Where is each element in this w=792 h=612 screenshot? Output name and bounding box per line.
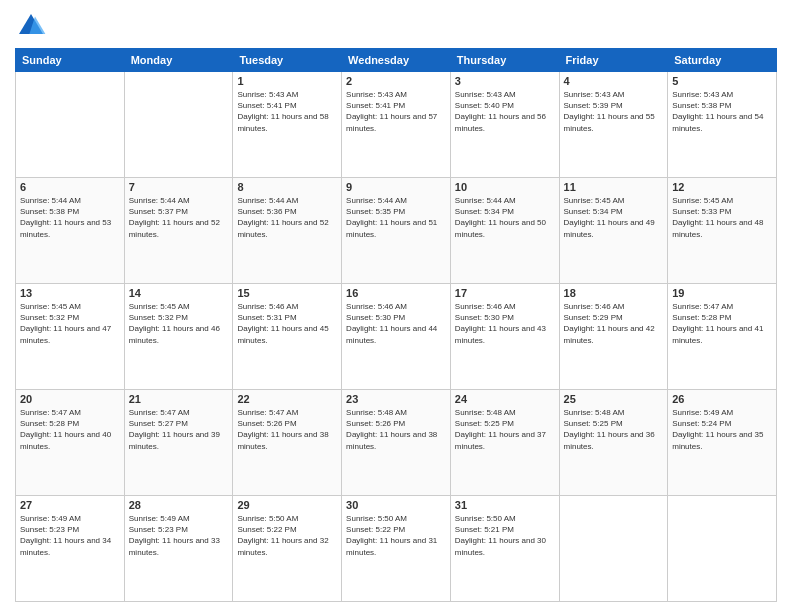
day-info: Sunrise: 5:45 AM Sunset: 5:32 PM Dayligh… (129, 301, 229, 346)
calendar-week-row: 13Sunrise: 5:45 AM Sunset: 5:32 PM Dayli… (16, 284, 777, 390)
calendar-cell: 30Sunrise: 5:50 AM Sunset: 5:22 PM Dayli… (342, 496, 451, 602)
day-number: 15 (237, 287, 337, 299)
day-number: 26 (672, 393, 772, 405)
day-info: Sunrise: 5:47 AM Sunset: 5:27 PM Dayligh… (129, 407, 229, 452)
day-info: Sunrise: 5:50 AM Sunset: 5:21 PM Dayligh… (455, 513, 555, 558)
day-number: 13 (20, 287, 120, 299)
day-number: 19 (672, 287, 772, 299)
day-number: 16 (346, 287, 446, 299)
calendar-cell (668, 496, 777, 602)
calendar-cell: 5Sunrise: 5:43 AM Sunset: 5:38 PM Daylig… (668, 72, 777, 178)
calendar-cell: 1Sunrise: 5:43 AM Sunset: 5:41 PM Daylig… (233, 72, 342, 178)
calendar-cell: 23Sunrise: 5:48 AM Sunset: 5:26 PM Dayli… (342, 390, 451, 496)
calendar-day-header: Thursday (450, 49, 559, 72)
day-number: 18 (564, 287, 664, 299)
calendar-cell: 31Sunrise: 5:50 AM Sunset: 5:21 PM Dayli… (450, 496, 559, 602)
day-info: Sunrise: 5:47 AM Sunset: 5:28 PM Dayligh… (672, 301, 772, 346)
day-number: 31 (455, 499, 555, 511)
day-info: Sunrise: 5:50 AM Sunset: 5:22 PM Dayligh… (346, 513, 446, 558)
calendar-cell: 20Sunrise: 5:47 AM Sunset: 5:28 PM Dayli… (16, 390, 125, 496)
calendar-cell: 6Sunrise: 5:44 AM Sunset: 5:38 PM Daylig… (16, 178, 125, 284)
logo-icon (15, 10, 47, 42)
calendar-cell: 27Sunrise: 5:49 AM Sunset: 5:23 PM Dayli… (16, 496, 125, 602)
calendar-cell: 13Sunrise: 5:45 AM Sunset: 5:32 PM Dayli… (16, 284, 125, 390)
day-info: Sunrise: 5:49 AM Sunset: 5:23 PM Dayligh… (129, 513, 229, 558)
day-info: Sunrise: 5:43 AM Sunset: 5:38 PM Dayligh… (672, 89, 772, 134)
calendar-cell: 4Sunrise: 5:43 AM Sunset: 5:39 PM Daylig… (559, 72, 668, 178)
calendar-week-row: 6Sunrise: 5:44 AM Sunset: 5:38 PM Daylig… (16, 178, 777, 284)
day-number: 17 (455, 287, 555, 299)
calendar-cell: 26Sunrise: 5:49 AM Sunset: 5:24 PM Dayli… (668, 390, 777, 496)
day-number: 14 (129, 287, 229, 299)
day-info: Sunrise: 5:43 AM Sunset: 5:39 PM Dayligh… (564, 89, 664, 134)
day-number: 7 (129, 181, 229, 193)
calendar-cell: 19Sunrise: 5:47 AM Sunset: 5:28 PM Dayli… (668, 284, 777, 390)
calendar-cell: 29Sunrise: 5:50 AM Sunset: 5:22 PM Dayli… (233, 496, 342, 602)
calendar-table: SundayMondayTuesdayWednesdayThursdayFrid… (15, 48, 777, 602)
calendar-day-header: Sunday (16, 49, 125, 72)
day-number: 30 (346, 499, 446, 511)
day-number: 29 (237, 499, 337, 511)
calendar-cell: 9Sunrise: 5:44 AM Sunset: 5:35 PM Daylig… (342, 178, 451, 284)
calendar-week-row: 27Sunrise: 5:49 AM Sunset: 5:23 PM Dayli… (16, 496, 777, 602)
day-number: 27 (20, 499, 120, 511)
calendar-week-row: 1Sunrise: 5:43 AM Sunset: 5:41 PM Daylig… (16, 72, 777, 178)
day-info: Sunrise: 5:43 AM Sunset: 5:40 PM Dayligh… (455, 89, 555, 134)
day-info: Sunrise: 5:46 AM Sunset: 5:30 PM Dayligh… (346, 301, 446, 346)
calendar-cell: 10Sunrise: 5:44 AM Sunset: 5:34 PM Dayli… (450, 178, 559, 284)
calendar-cell: 22Sunrise: 5:47 AM Sunset: 5:26 PM Dayli… (233, 390, 342, 496)
calendar-cell: 8Sunrise: 5:44 AM Sunset: 5:36 PM Daylig… (233, 178, 342, 284)
logo (15, 10, 51, 42)
calendar-cell (16, 72, 125, 178)
calendar-header-row: SundayMondayTuesdayWednesdayThursdayFrid… (16, 49, 777, 72)
day-info: Sunrise: 5:45 AM Sunset: 5:34 PM Dayligh… (564, 195, 664, 240)
day-info: Sunrise: 5:45 AM Sunset: 5:33 PM Dayligh… (672, 195, 772, 240)
day-info: Sunrise: 5:43 AM Sunset: 5:41 PM Dayligh… (346, 89, 446, 134)
day-info: Sunrise: 5:46 AM Sunset: 5:29 PM Dayligh… (564, 301, 664, 346)
day-info: Sunrise: 5:49 AM Sunset: 5:23 PM Dayligh… (20, 513, 120, 558)
calendar-cell: 25Sunrise: 5:48 AM Sunset: 5:25 PM Dayli… (559, 390, 668, 496)
day-info: Sunrise: 5:48 AM Sunset: 5:26 PM Dayligh… (346, 407, 446, 452)
calendar-cell (559, 496, 668, 602)
day-number: 12 (672, 181, 772, 193)
day-info: Sunrise: 5:48 AM Sunset: 5:25 PM Dayligh… (564, 407, 664, 452)
calendar-cell: 18Sunrise: 5:46 AM Sunset: 5:29 PM Dayli… (559, 284, 668, 390)
calendar-cell: 17Sunrise: 5:46 AM Sunset: 5:30 PM Dayli… (450, 284, 559, 390)
day-number: 11 (564, 181, 664, 193)
page: SundayMondayTuesdayWednesdayThursdayFrid… (0, 0, 792, 612)
day-number: 4 (564, 75, 664, 87)
calendar-day-header: Saturday (668, 49, 777, 72)
day-info: Sunrise: 5:47 AM Sunset: 5:28 PM Dayligh… (20, 407, 120, 452)
calendar-day-header: Monday (124, 49, 233, 72)
calendar-day-header: Tuesday (233, 49, 342, 72)
calendar-cell: 3Sunrise: 5:43 AM Sunset: 5:40 PM Daylig… (450, 72, 559, 178)
calendar-cell: 16Sunrise: 5:46 AM Sunset: 5:30 PM Dayli… (342, 284, 451, 390)
day-info: Sunrise: 5:48 AM Sunset: 5:25 PM Dayligh… (455, 407, 555, 452)
day-number: 1 (237, 75, 337, 87)
day-info: Sunrise: 5:46 AM Sunset: 5:30 PM Dayligh… (455, 301, 555, 346)
calendar-cell: 2Sunrise: 5:43 AM Sunset: 5:41 PM Daylig… (342, 72, 451, 178)
day-number: 3 (455, 75, 555, 87)
day-number: 24 (455, 393, 555, 405)
day-number: 20 (20, 393, 120, 405)
calendar-cell: 28Sunrise: 5:49 AM Sunset: 5:23 PM Dayli… (124, 496, 233, 602)
day-info: Sunrise: 5:43 AM Sunset: 5:41 PM Dayligh… (237, 89, 337, 134)
day-info: Sunrise: 5:44 AM Sunset: 5:34 PM Dayligh… (455, 195, 555, 240)
day-number: 5 (672, 75, 772, 87)
calendar-cell: 21Sunrise: 5:47 AM Sunset: 5:27 PM Dayli… (124, 390, 233, 496)
calendar-week-row: 20Sunrise: 5:47 AM Sunset: 5:28 PM Dayli… (16, 390, 777, 496)
day-number: 2 (346, 75, 446, 87)
day-number: 22 (237, 393, 337, 405)
day-number: 28 (129, 499, 229, 511)
calendar-cell: 7Sunrise: 5:44 AM Sunset: 5:37 PM Daylig… (124, 178, 233, 284)
day-number: 9 (346, 181, 446, 193)
day-info: Sunrise: 5:49 AM Sunset: 5:24 PM Dayligh… (672, 407, 772, 452)
calendar-cell: 12Sunrise: 5:45 AM Sunset: 5:33 PM Dayli… (668, 178, 777, 284)
calendar-cell: 14Sunrise: 5:45 AM Sunset: 5:32 PM Dayli… (124, 284, 233, 390)
day-number: 10 (455, 181, 555, 193)
day-info: Sunrise: 5:45 AM Sunset: 5:32 PM Dayligh… (20, 301, 120, 346)
day-info: Sunrise: 5:46 AM Sunset: 5:31 PM Dayligh… (237, 301, 337, 346)
day-info: Sunrise: 5:47 AM Sunset: 5:26 PM Dayligh… (237, 407, 337, 452)
calendar-cell: 15Sunrise: 5:46 AM Sunset: 5:31 PM Dayli… (233, 284, 342, 390)
day-info: Sunrise: 5:44 AM Sunset: 5:37 PM Dayligh… (129, 195, 229, 240)
